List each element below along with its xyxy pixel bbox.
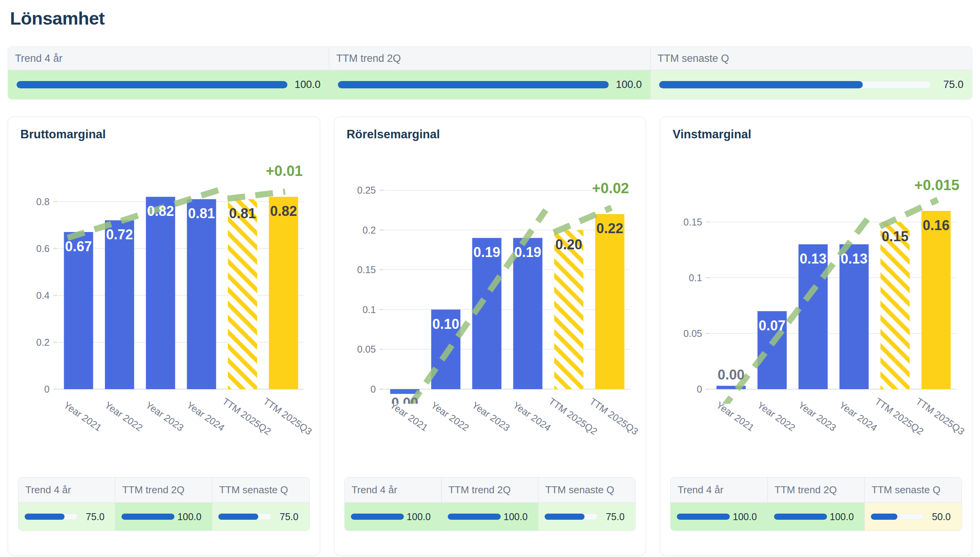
- trend-score-value-row: 75.0: [18, 503, 115, 530]
- trend-score-col: TTM trend 2Q100.0: [768, 477, 865, 530]
- x-tick-label: Year 2022: [103, 400, 145, 433]
- progress-track: [677, 514, 730, 520]
- summary-score-table: Trend 4 år 100.0 TTM trend 2Q 100.0 TTM …: [8, 46, 972, 99]
- y-tick-label: 0: [697, 384, 702, 395]
- trend-score-value-row: 100.0: [671, 503, 767, 530]
- delta-annotation: +0.01: [266, 163, 303, 179]
- bar-value-label: 0.67: [65, 239, 92, 254]
- x-tick-label: Year 2024: [837, 400, 879, 433]
- trend-score-value-row: 100.0: [115, 503, 212, 530]
- summary-value-ttm-trend-2q: 100.0: [329, 70, 650, 99]
- x-tick-label: Year 2022: [429, 400, 471, 433]
- x-tick-label: Year 2023: [470, 400, 512, 433]
- bar-year-2021: [64, 232, 93, 389]
- bar-value-label: 0.20: [555, 237, 582, 252]
- y-tick-label: 0.8: [37, 196, 50, 207]
- trend-score-header: Trend 4 år: [18, 477, 115, 503]
- progress-fill: [659, 81, 863, 88]
- bar-ttm-2025q3: [269, 197, 298, 389]
- page-title: Lönsamhet: [10, 8, 972, 29]
- y-tick-label: 0.1: [689, 272, 702, 283]
- trend-score-col: TTM trend 2Q100.0: [442, 477, 538, 530]
- trend-score-value-row: 100.0: [768, 503, 864, 530]
- bruttomarginal-bar-chart: 00.20.40.60.80.670.720.820.810.810.82+0.…: [14, 149, 314, 472]
- bar-ttm-2025q3: [921, 211, 950, 389]
- card-rorelsemarginal: Rörelsemarginal 00.050.10.150.20.250.000…: [334, 116, 646, 556]
- x-tick-label: Year 2023: [796, 400, 838, 433]
- trend-score-table: Trend 4 år100.0TTM trend 2Q100.0TTM sena…: [344, 477, 636, 531]
- bar-value-label: 0.07: [759, 318, 786, 333]
- bar-ttm-2025q2: [880, 222, 910, 389]
- card-bruttomarginal: Bruttomarginal 00.20.40.60.80.670.720.82…: [8, 116, 320, 556]
- trend-score-col: TTM senaste Q50.0: [865, 477, 962, 530]
- progress-value: 75.0: [271, 511, 298, 522]
- bar-value-label: 0.82: [270, 203, 297, 219]
- progress-track: [338, 81, 609, 88]
- progress-value: 100.0: [404, 511, 431, 522]
- progress-fill: [25, 514, 65, 520]
- bar-value-label: 0.13: [840, 251, 867, 267]
- bar-ttm-2025q2: [228, 199, 257, 389]
- trend-score-header: TTM trend 2Q: [768, 477, 864, 503]
- x-tick-label: Year 2021: [62, 400, 104, 433]
- trend-score-col: Trend 4 år75.0: [18, 477, 115, 530]
- trend-score-value-row: 75.0: [538, 503, 635, 530]
- progress-value: 100.0: [827, 511, 854, 522]
- bar-value-label: 0.19: [473, 244, 500, 260]
- summary-header-ttm-senaste-q: TTM senaste Q: [651, 47, 972, 70]
- progress-value: 100.0: [174, 511, 201, 522]
- summary-col-ttm-senaste-q: TTM senaste Q 75.0: [651, 47, 972, 99]
- summary-header-trend-4yr: Trend 4 år: [8, 47, 329, 70]
- progress-fill: [17, 81, 287, 88]
- progress-track: [218, 514, 271, 520]
- bar-value-label: 0.82: [147, 203, 174, 219]
- trend-score-value-row: 50.0: [865, 503, 962, 530]
- y-tick-label: 0.25: [357, 185, 376, 196]
- y-tick-label: 0.05: [683, 328, 702, 339]
- bar-value-label: 0.72: [106, 227, 133, 242]
- progress-fill: [677, 514, 730, 520]
- x-tick-label: Year 2024: [511, 400, 553, 433]
- trend-score-col: TTM trend 2Q100.0: [115, 477, 212, 530]
- progress-fill: [338, 81, 609, 88]
- vinstmarginal-bar-chart: 00.050.10.150.000.070.130.130.150.16+0.0…: [666, 149, 966, 472]
- bar-ttm-2025q3: [595, 214, 625, 389]
- bar-year-2023: [146, 197, 175, 389]
- progress-value: 75.0: [78, 511, 105, 522]
- summary-col-ttm-trend-2q: TTM trend 2Q 100.0: [329, 47, 651, 99]
- progress-value: 75.0: [598, 511, 625, 522]
- y-tick-label: 0.1: [362, 304, 376, 315]
- bar-ttm-2025q2: [554, 230, 583, 389]
- progress-track: [871, 514, 924, 520]
- progress-track: [121, 514, 174, 520]
- progress-fill: [545, 514, 585, 520]
- bar-year-2024: [513, 238, 542, 389]
- progress-fill: [218, 514, 258, 520]
- trend-score-col: Trend 4 år100.0: [345, 477, 442, 530]
- progress-track: [659, 81, 930, 88]
- trend-score-table: Trend 4 år100.0TTM trend 2Q100.0TTM sena…: [670, 477, 962, 531]
- bar-value-label: 0.22: [596, 220, 623, 236]
- bar-value-label: 0.10: [432, 316, 459, 332]
- progress-fill: [351, 514, 404, 520]
- metric-cards-row: Bruttomarginal 00.20.40.60.80.670.720.82…: [8, 116, 972, 556]
- card-title: Vinstmarginal: [660, 117, 972, 141]
- bar-value-label: 0.15: [882, 229, 909, 244]
- summary-header-ttm-trend-2q: TTM trend 2Q: [329, 47, 650, 70]
- trend-score-header: TTM trend 2Q: [442, 477, 538, 503]
- trend-score-value-row: 100.0: [442, 503, 538, 530]
- progress-fill: [871, 514, 897, 520]
- trend-score-header: TTM trend 2Q: [115, 477, 212, 503]
- summary-value-trend-4yr: 100.0: [8, 70, 329, 99]
- trend-score-header: Trend 4 år: [345, 477, 441, 503]
- x-tick-label: Year 2023: [144, 400, 186, 433]
- x-tick-label: Year 2021: [388, 400, 430, 433]
- delta-annotation: +0.02: [592, 180, 629, 196]
- y-tick-label: 0.15: [683, 217, 702, 227]
- progress-fill: [121, 514, 174, 520]
- trend-score-col: TTM senaste Q75.0: [212, 477, 309, 530]
- trend-score-header: Trend 4 år: [671, 477, 767, 503]
- bar-year-2024: [187, 199, 216, 389]
- y-tick-label: 0.2: [362, 225, 376, 235]
- y-tick-label: 0.2: [37, 337, 50, 348]
